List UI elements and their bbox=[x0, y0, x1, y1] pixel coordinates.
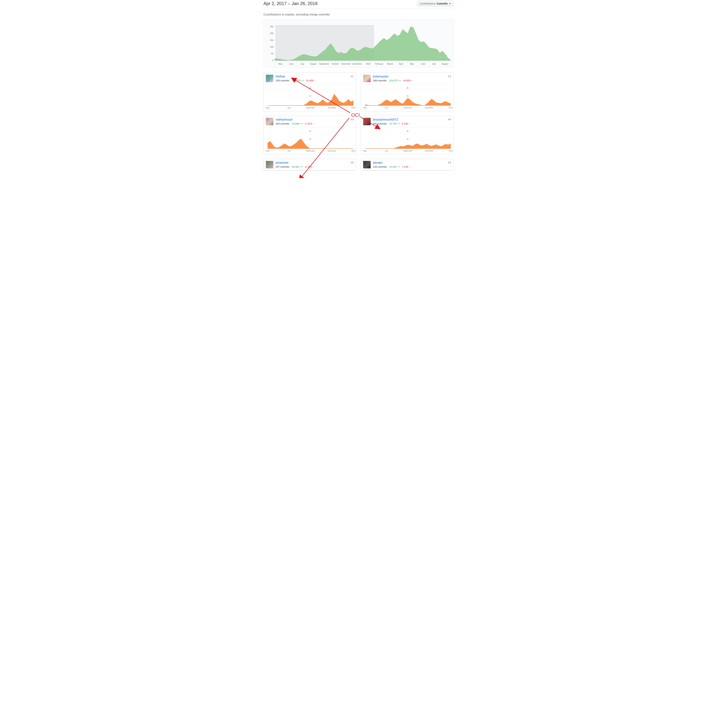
svg-text:40: 40 bbox=[309, 130, 311, 132]
svg-text:May: May bbox=[278, 63, 282, 65]
mini-chart: 2040MayJulySeptemberNovember2018 bbox=[264, 127, 356, 154]
svg-text:20: 20 bbox=[309, 95, 311, 97]
header-row: Apr 2, 2017 – Jan 26, 2018 Contributions… bbox=[264, 0, 453, 8]
contributor-card: heifner 238 commits 771,226 ++ 53,409 --… bbox=[264, 73, 356, 111]
svg-text:200: 200 bbox=[270, 32, 273, 34]
commits-count: 194 commits bbox=[276, 122, 290, 125]
contributor-card: pmesnier 157 commits 84,991 ++ 11,870 --… bbox=[264, 159, 356, 171]
svg-text:March: March bbox=[387, 63, 393, 65]
deletions-count: 53,409 -- bbox=[306, 79, 316, 82]
svg-text:November: November bbox=[425, 150, 433, 152]
commit-stats: 238 commits 771,226 ++ 53,409 -- bbox=[276, 79, 348, 82]
svg-text:May: May bbox=[266, 107, 270, 109]
svg-text:2018: 2018 bbox=[351, 107, 355, 109]
contributions-dropdown[interactable]: Contributions: Commits bbox=[417, 1, 453, 6]
contributions-subtitle: Contributions to master, excluding merge… bbox=[264, 13, 453, 16]
svg-text:October: October bbox=[332, 63, 339, 65]
deletions-count: 7,139 -- bbox=[402, 165, 410, 168]
contributor-card: nathanhourt 194 commits 43,684 ++ 17,615… bbox=[264, 116, 356, 154]
svg-text:250: 250 bbox=[270, 25, 273, 27]
avatar[interactable] bbox=[266, 118, 273, 125]
rank-badge: #4 bbox=[448, 118, 451, 121]
commit-stats: 191 commits 14,795 ++ 6,240 -- bbox=[373, 122, 446, 125]
commit-stats: 134 commits 15,003 ++ 7,139 -- bbox=[373, 165, 446, 168]
card-header: nathanhourt 194 commits 43,684 ++ 17,615… bbox=[264, 116, 356, 127]
svg-text:July: July bbox=[432, 63, 436, 65]
svg-text:May: May bbox=[363, 150, 367, 152]
mini-chart: 2040MayJulySeptemberNovember2018 bbox=[264, 84, 356, 111]
svg-text:December: December bbox=[352, 63, 362, 65]
svg-text:2018: 2018 bbox=[449, 107, 453, 109]
svg-text:November: November bbox=[328, 107, 336, 109]
main-contributions-chart[interactable]: 050100150200250MayJuneJulyAugustSeptembe… bbox=[264, 19, 453, 67]
svg-text:November: November bbox=[425, 107, 433, 109]
svg-text:50: 50 bbox=[271, 52, 273, 55]
username-link[interactable]: elmato bbox=[373, 161, 382, 164]
commits-count: 238 commits bbox=[276, 79, 290, 82]
card-header: bytemaster 199 commits 428,075 ++ 45,605… bbox=[361, 73, 453, 84]
svg-text:July: July bbox=[288, 107, 291, 109]
avatar[interactable] bbox=[363, 118, 371, 125]
deletions-count: 6,240 -- bbox=[402, 122, 410, 125]
svg-text:September: September bbox=[403, 107, 413, 109]
svg-text:July: July bbox=[288, 150, 291, 152]
svg-text:May: May bbox=[363, 107, 367, 109]
additions-count: 15,003 ++ bbox=[389, 165, 400, 168]
username-link[interactable]: heifner bbox=[276, 75, 285, 78]
avatar[interactable] bbox=[363, 161, 371, 168]
rank-badge: #3 bbox=[351, 118, 354, 121]
avatar[interactable] bbox=[266, 75, 273, 82]
svg-text:July: July bbox=[385, 107, 388, 109]
username-link[interactable]: brianjohnson5972 bbox=[373, 118, 398, 122]
dropdown-prefix: Contributions: bbox=[420, 2, 436, 5]
username-link[interactable]: pmesnier bbox=[276, 161, 289, 164]
deletions-count: 11,870 -- bbox=[305, 165, 314, 168]
svg-text:2018: 2018 bbox=[366, 63, 370, 65]
additions-count: 14,795 ++ bbox=[389, 122, 400, 125]
date-range-title: Apr 2, 2017 – Jan 26, 2018 bbox=[264, 1, 317, 6]
svg-text:November: November bbox=[328, 150, 336, 152]
svg-text:September: September bbox=[403, 150, 413, 152]
svg-text:100: 100 bbox=[270, 46, 273, 48]
svg-text:September: September bbox=[306, 107, 315, 109]
mini-chart: 2040MayJulySeptemberNovember2018 bbox=[361, 84, 453, 111]
commits-count: 199 commits bbox=[373, 79, 387, 82]
username-link[interactable]: nathanhourt bbox=[276, 118, 293, 122]
svg-text:July: July bbox=[385, 150, 388, 152]
rank-badge: #6 bbox=[448, 161, 451, 164]
svg-text:September: September bbox=[319, 63, 329, 65]
additions-count: 84,991 ++ bbox=[292, 165, 303, 168]
svg-text:0: 0 bbox=[272, 59, 273, 61]
card-header: pmesnier 157 commits 84,991 ++ 11,870 --… bbox=[264, 159, 356, 171]
svg-text:August: August bbox=[442, 63, 448, 65]
svg-text:2018: 2018 bbox=[351, 150, 355, 152]
svg-text:April: April bbox=[399, 63, 403, 65]
svg-text:20: 20 bbox=[309, 138, 311, 140]
contributors-grid: OCI heifner 238 commits 771,226 ++ 53,40… bbox=[264, 73, 453, 171]
commit-stats: 199 commits 428,075 ++ 45,605 -- bbox=[373, 79, 446, 82]
commits-count: 157 commits bbox=[276, 165, 290, 168]
svg-text:May: May bbox=[410, 63, 414, 65]
card-header: elmato 134 commits 15,003 ++ 7,139 -- #6 bbox=[361, 159, 453, 171]
commit-stats: 194 commits 43,684 ++ 17,615 -- bbox=[276, 122, 348, 125]
svg-text:September: September bbox=[306, 150, 315, 152]
svg-text:August: August bbox=[310, 63, 316, 65]
svg-text:June: June bbox=[289, 63, 293, 65]
svg-text:40: 40 bbox=[309, 87, 311, 89]
contributor-card: brianjohnson5972 191 commits 14,795 ++ 6… bbox=[361, 116, 453, 154]
avatar[interactable] bbox=[363, 75, 371, 82]
username-link[interactable]: bytemaster bbox=[373, 75, 389, 78]
svg-text:40: 40 bbox=[406, 87, 409, 89]
rank-badge: #1 bbox=[351, 75, 354, 78]
svg-text:July: July bbox=[301, 63, 304, 65]
svg-text:20: 20 bbox=[406, 95, 409, 97]
additions-count: 771,226 ++ bbox=[292, 79, 304, 82]
svg-text:February: February bbox=[375, 63, 383, 65]
card-header: heifner 238 commits 771,226 ++ 53,409 --… bbox=[264, 73, 356, 84]
rank-badge: #5 bbox=[351, 161, 354, 164]
card-header: brianjohnson5972 191 commits 14,795 ++ 6… bbox=[361, 116, 453, 127]
contributor-card: elmato 134 commits 15,003 ++ 7,139 -- #6 bbox=[361, 159, 453, 171]
avatar[interactable] bbox=[266, 161, 273, 168]
chevron-down-icon bbox=[449, 3, 451, 4]
rank-badge: #2 bbox=[448, 75, 451, 78]
